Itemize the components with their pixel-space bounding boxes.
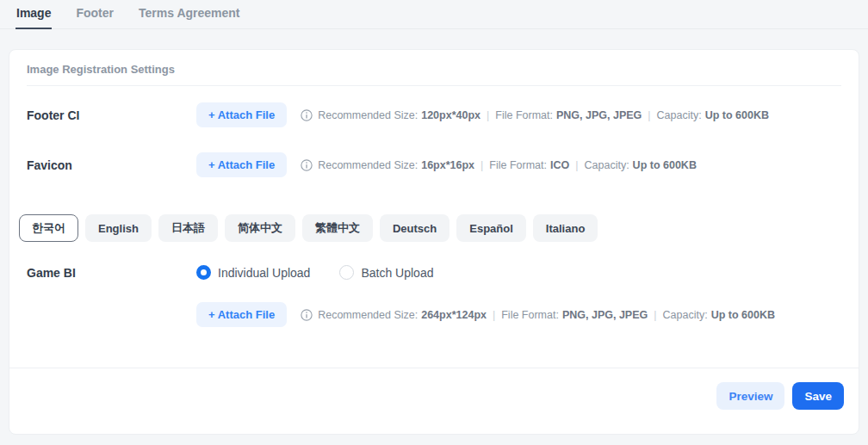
info-icon xyxy=(301,109,313,121)
game-bi-file-requirements: Recommended Size: 264px*124px | File For… xyxy=(301,309,775,321)
file-format-value: ICO xyxy=(550,159,569,171)
favicon-row: Favicon + Attach File Recommended Size: … xyxy=(27,152,841,177)
action-bar: Preview Save xyxy=(9,368,859,434)
lang-tab-korean[interactable]: 한국어 xyxy=(19,214,78,242)
capacity-label: Capacity: xyxy=(585,159,629,171)
favicon-file-requirements: Recommended Size: 16px*16px | File Forma… xyxy=(301,159,697,171)
tab-terms-agreement[interactable]: Terms Agreement xyxy=(138,6,240,29)
lang-tab-german[interactable]: Deutsch xyxy=(380,214,450,242)
footer-ci-row: Footer CI + Attach File Recommended Size… xyxy=(27,102,841,127)
lang-tab-english[interactable]: English xyxy=(85,214,152,242)
footer-ci-label: Footer CI xyxy=(27,108,196,122)
capacity-value: Up to 600KB xyxy=(711,309,775,321)
recommended-size-label: Recommended Size: xyxy=(318,109,418,121)
recommended-size-value: 264px*124px xyxy=(421,309,487,321)
lang-tab-simplified-chinese[interactable]: 简体中文 xyxy=(225,214,295,242)
separator: | xyxy=(575,159,578,171)
preview-button[interactable]: Preview xyxy=(716,382,784,410)
tab-image[interactable]: Image xyxy=(16,6,52,29)
file-format-value: PNG, JPG, JPEG xyxy=(562,309,648,321)
game-bi-attach-file-button[interactable]: + Attach File xyxy=(196,302,287,327)
file-format-value: PNG, JPG, JPEG xyxy=(556,109,642,121)
file-format-label: File Format: xyxy=(495,109,553,121)
radio-batch-upload[interactable]: Batch Upload xyxy=(339,265,433,280)
recommended-size-value: 16px*16px xyxy=(421,159,474,171)
section-heading: Image Registration Settings xyxy=(27,63,841,86)
game-bi-attach-row: + Attach File Recommended Size: 264px*12… xyxy=(27,302,841,327)
upload-mode-radio-group: Individual Upload Batch Upload xyxy=(196,265,433,280)
lang-tab-spanish[interactable]: Español xyxy=(456,214,526,242)
radio-selected-icon xyxy=(196,265,211,280)
save-button[interactable]: Save xyxy=(792,382,844,410)
lang-tab-japanese[interactable]: 日本語 xyxy=(158,214,218,242)
info-icon xyxy=(301,159,313,171)
capacity-label: Capacity: xyxy=(657,109,702,121)
radio-individual-upload[interactable]: Individual Upload xyxy=(196,265,310,280)
radio-unselected-icon xyxy=(339,265,354,280)
tab-footer[interactable]: Footer xyxy=(75,6,115,29)
radio-individual-upload-label: Individual Upload xyxy=(218,266,310,280)
capacity-label: Capacity: xyxy=(663,309,708,321)
separator: | xyxy=(487,109,489,121)
favicon-label: Favicon xyxy=(27,158,196,172)
lang-tab-italian[interactable]: Italiano xyxy=(533,214,598,242)
lang-tab-traditional-chinese[interactable]: 繁體中文 xyxy=(302,214,373,242)
top-tab-bar: Image Footer Terms Agreement xyxy=(0,0,868,29)
game-bi-row: Game BI Individual Upload Batch Upload xyxy=(27,265,841,280)
language-tabs: 한국어 English 日本語 简体中文 繁體中文 Deutsch Españo… xyxy=(19,214,841,242)
recommended-size-value: 120px*40px xyxy=(421,109,480,121)
info-icon xyxy=(301,309,313,321)
game-bi-label: Game BI xyxy=(27,266,196,280)
favicon-attach-file-button[interactable]: + Attach File xyxy=(196,152,287,177)
file-format-label: File Format: xyxy=(501,309,559,321)
separator: | xyxy=(654,309,656,321)
recommended-size-label: Recommended Size: xyxy=(318,309,418,321)
separator: | xyxy=(648,109,650,121)
separator: | xyxy=(480,159,483,171)
footer-ci-file-requirements: Recommended Size: 120px*40px | File Form… xyxy=(301,109,769,121)
recommended-size-label: Recommended Size: xyxy=(318,159,418,171)
capacity-value: Up to 600KB xyxy=(705,109,769,121)
image-registration-settings-panel: Image Registration Settings Footer CI + … xyxy=(9,49,859,435)
radio-batch-upload-label: Batch Upload xyxy=(361,266,433,280)
footer-ci-attach-file-button[interactable]: + Attach File xyxy=(196,102,287,127)
file-format-label: File Format: xyxy=(489,159,547,171)
separator: | xyxy=(493,309,495,321)
capacity-value: Up to 600KB xyxy=(633,159,697,171)
